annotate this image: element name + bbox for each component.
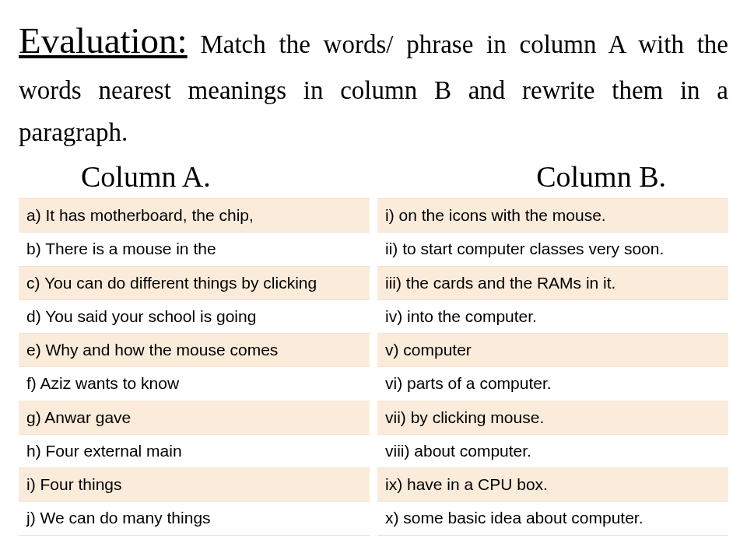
- list-item: v) computer: [377, 334, 728, 367]
- list-item: x) some basic idea about computer.: [377, 502, 728, 535]
- list-item: ix) have in a CPU box.: [377, 468, 728, 502]
- list-item: b) There is a mouse in the: [19, 233, 370, 266]
- list-item: f) Aziz wants to know: [19, 367, 370, 401]
- columns-header-row: Column A. Column B.: [19, 159, 728, 194]
- list-item: vi) parts of a computer.: [377, 367, 728, 401]
- list-item: i) Four things: [19, 468, 370, 502]
- list-item: a) It has motherboard, the chip,: [19, 198, 370, 233]
- list-item: ii) to start computer classes very soon.: [377, 233, 728, 266]
- evaluation-label: Evaluation:: [19, 20, 188, 61]
- column-a-header: Column A.: [81, 159, 211, 194]
- list-item: g) Anwar gave: [19, 401, 370, 435]
- list-item: viii) about computer.: [377, 435, 728, 468]
- column-a: a) It has motherboard, the chip, b) Ther…: [19, 198, 370, 536]
- list-item: c) You can do different things by clicki…: [19, 267, 370, 300]
- list-item: e) Why and how the mouse comes: [19, 334, 370, 367]
- columns-container: a) It has motherboard, the chip, b) Ther…: [19, 198, 728, 536]
- list-item: j) We can do many things: [19, 502, 370, 535]
- column-b-header: Column B.: [536, 159, 666, 194]
- list-item: i) on the icons with the mouse.: [377, 198, 728, 233]
- list-item: vii) by clicking mouse.: [377, 401, 728, 435]
- instruction-text: Evaluation: Match the words/ phrase in c…: [19, 11, 728, 153]
- list-item: iii) the cards and the RAMs in it.: [377, 267, 728, 300]
- column-b: i) on the icons with the mouse. ii) to s…: [377, 198, 728, 536]
- list-item: iv) into the computer.: [377, 300, 728, 334]
- list-item: h) Four external main: [19, 435, 370, 468]
- list-item: d) You said your school is going: [19, 300, 370, 334]
